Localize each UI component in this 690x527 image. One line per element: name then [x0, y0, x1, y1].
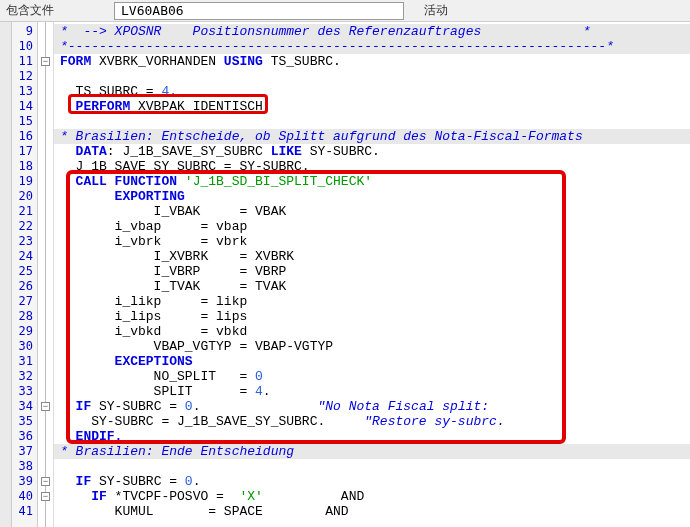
code-text: * --> XPOSNR Positionsnummer des Referen…	[60, 24, 591, 39]
line-number: 39	[12, 474, 37, 489]
code-text: CALL FUNCTION	[60, 174, 185, 189]
code-text: : J_1B_SAVE_SY_SUBRC	[107, 144, 271, 159]
line-number: 41	[12, 504, 37, 519]
line-number: 22	[12, 219, 37, 234]
code-text: DATA	[60, 144, 107, 159]
code-text: AND	[263, 489, 364, 504]
code-text: TS_SUBRC.	[263, 54, 341, 69]
code-text: XVBPAK_IDENTISCH.	[130, 99, 270, 114]
breakpoint-column[interactable]	[0, 22, 12, 527]
line-number: 9	[12, 24, 37, 39]
code-text: ENDIF.	[60, 429, 122, 444]
code-editor: 9 10 11 12 13 14 15 16 17 18 19 20 21 22…	[0, 22, 690, 527]
code-text: i_lips = lips	[60, 309, 247, 324]
line-number: 18	[12, 159, 37, 174]
line-number: 19	[12, 174, 37, 189]
code-text: .	[263, 384, 271, 399]
line-number: 14	[12, 99, 37, 114]
line-number: 21	[12, 204, 37, 219]
line-number: 17	[12, 144, 37, 159]
code-text: =	[169, 399, 177, 414]
code-text: IF	[60, 489, 107, 504]
fold-toggle-icon[interactable]: −	[41, 477, 50, 486]
code-text: FORM	[60, 54, 91, 69]
code-text: SY-SUBRC	[91, 474, 169, 489]
code-text: SPACE AND	[216, 504, 349, 519]
line-number: 31	[12, 354, 37, 369]
line-number: 24	[12, 249, 37, 264]
line-number: 29	[12, 324, 37, 339]
code-text: IF	[60, 474, 91, 489]
code-text: I_XVBRK = XVBRK	[60, 249, 294, 264]
code-text: "No Nota Fiscal split:	[200, 399, 489, 414]
code-text: XVBRK_VORHANDEN	[91, 54, 224, 69]
code-text: =	[216, 489, 224, 504]
line-number: 15	[12, 114, 37, 129]
code-text: I_VBRP = VBRP	[60, 264, 286, 279]
line-number: 16	[12, 129, 37, 144]
code-text: * Brasilien: Entscheide, ob Splitt aufgr…	[60, 129, 583, 144]
code-text: PERFORM	[60, 99, 130, 114]
fold-toggle-icon[interactable]: −	[41, 402, 50, 411]
code-text: EXCEPTIONS	[60, 354, 193, 369]
code-text: 'J_1B_SD_BI_SPLIT_CHECK'	[185, 174, 372, 189]
line-number-gutter: 9 10 11 12 13 14 15 16 17 18 19 20 21 22…	[12, 22, 38, 527]
line-number: 12	[12, 69, 37, 84]
code-text: =	[208, 504, 216, 519]
code-text: SY-SUBRC	[91, 399, 169, 414]
line-number: 27	[12, 294, 37, 309]
status-label: 活动	[424, 2, 448, 19]
code-text: 0	[177, 399, 193, 414]
code-text: * Brasilien: Ende Entscheidung	[60, 444, 294, 459]
code-text: I_TVAK = TVAK	[60, 279, 286, 294]
code-text: 0	[255, 369, 263, 384]
line-number: 33	[12, 384, 37, 399]
line-number: 32	[12, 369, 37, 384]
code-text: EXPORTING	[60, 189, 185, 204]
line-number: 26	[12, 279, 37, 294]
line-number: 10	[12, 39, 37, 54]
line-number: 20	[12, 189, 37, 204]
code-text: =	[169, 474, 177, 489]
code-text: =	[146, 84, 154, 99]
code-text: KUMUL	[60, 504, 208, 519]
code-text: IF	[60, 399, 91, 414]
code-text: SY-SUBRC.	[302, 144, 380, 159]
line-number: 34	[12, 399, 37, 414]
line-number: 36	[12, 429, 37, 444]
line-number: 13	[12, 84, 37, 99]
line-number: 11	[12, 54, 37, 69]
program-name-input[interactable]	[114, 2, 404, 20]
code-text: LIKE	[271, 144, 302, 159]
code-text: .	[193, 474, 201, 489]
toolbar: 包含文件 活动	[0, 0, 690, 22]
line-number: 28	[12, 309, 37, 324]
line-number: 35	[12, 414, 37, 429]
code-text: I_VBAK = VBAK	[60, 204, 286, 219]
code-text: "Restore sy-subrc.	[325, 414, 504, 429]
code-text: i_likp = likp	[60, 294, 247, 309]
code-text: i_vbrk = vbrk	[60, 234, 247, 249]
code-text: 4.	[154, 84, 177, 99]
fold-toggle-icon[interactable]: −	[41, 492, 50, 501]
line-number: 40	[12, 489, 37, 504]
code-text: VBAP_VGTYP = VBAP-VGTYP	[60, 339, 333, 354]
line-number: 23	[12, 234, 37, 249]
code-text: i_vbap = vbap	[60, 219, 247, 234]
fold-column: − − − −	[38, 22, 54, 527]
code-text: *---------------------------------------…	[60, 39, 614, 54]
code-text: 'X'	[224, 489, 263, 504]
code-text: TS_SUBRC	[60, 84, 146, 99]
code-text: NO_SPLIT =	[60, 369, 255, 384]
code-text: J_1B_SAVE_SY_SUBRC = SY-SUBRC.	[60, 159, 310, 174]
line-number: 38	[12, 459, 37, 474]
toolbar-label: 包含文件	[6, 2, 54, 19]
code-text: i_vbkd = vbkd	[60, 324, 247, 339]
line-number: 25	[12, 264, 37, 279]
line-number: 37	[12, 444, 37, 459]
code-text: 4	[255, 384, 263, 399]
code-text: USING	[224, 54, 263, 69]
line-number: 30	[12, 339, 37, 354]
fold-toggle-icon[interactable]: −	[41, 57, 50, 66]
code-area[interactable]: * --> XPOSNR Positionsnummer des Referen…	[54, 22, 690, 527]
